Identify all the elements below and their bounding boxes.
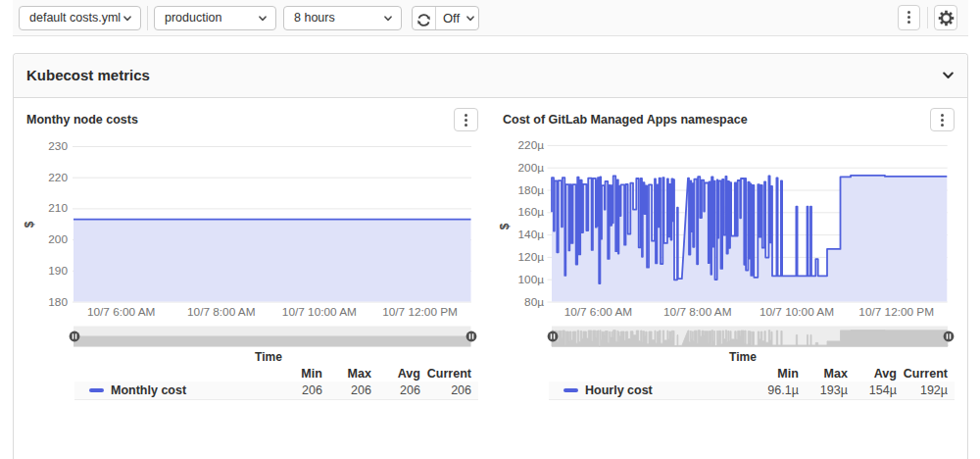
svg-text:220: 220 <box>48 171 68 184</box>
svg-text:180µ: 180µ <box>518 183 545 197</box>
svg-text:Time: Time <box>255 350 282 364</box>
svg-text:80µ: 80µ <box>524 295 544 309</box>
svg-text:$: $ <box>498 223 512 230</box>
svg-text:10/7 12:00 PM: 10/7 12:00 PM <box>858 305 934 319</box>
svg-text:100µ: 100µ <box>518 273 545 286</box>
svg-text:10/7 10:00 AM: 10/7 10:00 AM <box>282 305 357 319</box>
svg-text:220µ: 220µ <box>518 138 545 152</box>
svg-text:$: $ <box>23 221 36 228</box>
svg-text:210: 210 <box>48 201 68 215</box>
svg-text:200: 200 <box>48 232 68 246</box>
svg-text:10/7 6:00 AM: 10/7 6:00 AM <box>87 305 156 319</box>
svg-text:180: 180 <box>48 295 68 309</box>
svg-text:Time: Time <box>729 350 757 364</box>
svg-text:190: 190 <box>48 264 68 278</box>
svg-text:10/7 8:00 AM: 10/7 8:00 AM <box>663 305 732 319</box>
svg-text:140µ: 140µ <box>518 228 545 241</box>
svg-text:160µ: 160µ <box>518 205 545 219</box>
svg-text:10/7 8:00 AM: 10/7 8:00 AM <box>187 305 256 319</box>
svg-text:120µ: 120µ <box>518 250 545 264</box>
svg-text:10/7 12:00 PM: 10/7 12:00 PM <box>382 305 458 319</box>
svg-text:10/7 6:00 AM: 10/7 6:00 AM <box>564 305 633 319</box>
svg-text:10/7 10:00 AM: 10/7 10:00 AM <box>760 305 834 319</box>
svg-text:230: 230 <box>48 139 68 153</box>
svg-text:200µ: 200µ <box>518 161 545 175</box>
